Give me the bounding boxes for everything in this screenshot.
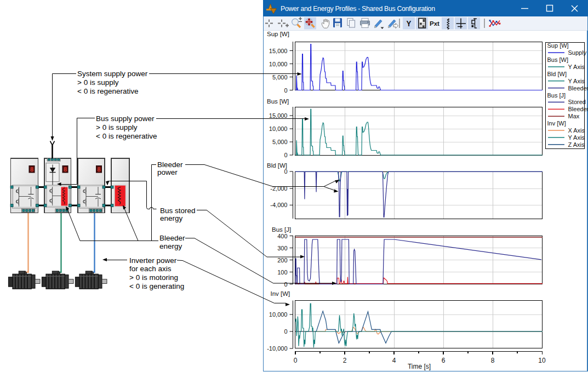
- svg-text:< 0 is generating: < 0 is generating: [129, 282, 184, 290]
- svg-text:Bus [W]: Bus [W]: [547, 56, 569, 63]
- svg-text:Inv [W]: Inv [W]: [271, 290, 290, 297]
- svg-text:Bld [W]: Bld [W]: [547, 71, 567, 77]
- svg-text:X Axis: X Axis: [568, 127, 585, 134]
- svg-text:> 0 is supply: > 0 is supply: [96, 123, 138, 131]
- svg-text:Z Axis: Z Axis: [568, 141, 585, 148]
- svg-text:Bus stored: Bus stored: [160, 207, 196, 215]
- svg-text:energy: energy: [160, 214, 183, 222]
- svg-text:Power and Energy Profiles - Sh: Power and Energy Profiles - Shared Bus C…: [281, 5, 435, 13]
- svg-text:Sup [W]: Sup [W]: [267, 31, 289, 37]
- svg-text:Bleeder: Bleeder: [157, 161, 183, 169]
- svg-text:300: 300: [277, 245, 287, 251]
- svg-text:power: power: [157, 168, 178, 176]
- svg-text:Bus [J]: Bus [J]: [272, 226, 291, 233]
- svg-text:Time [s]: Time [s]: [408, 363, 431, 370]
- svg-text:> 0 is supply: > 0 is supply: [77, 78, 119, 87]
- svg-text:5,000: 5,000: [272, 74, 288, 81]
- svg-text:10,000: 10,000: [269, 311, 288, 318]
- svg-text:0: 0: [284, 152, 287, 158]
- svg-text:10,000: 10,000: [269, 125, 288, 132]
- svg-text:energy: energy: [159, 242, 182, 250]
- svg-text:Pxt: Pxt: [430, 20, 439, 27]
- svg-text:< 0 is regenerative: < 0 is regenerative: [96, 132, 157, 140]
- svg-text:Supply: Supply: [568, 49, 587, 56]
- svg-text:400: 400: [277, 233, 287, 239]
- svg-text:Max: Max: [568, 113, 580, 119]
- svg-text:Sup [W]: Sup [W]: [547, 42, 569, 49]
- svg-text:Inverter power: Inverter power: [129, 256, 177, 265]
- svg-text:0: 0: [284, 87, 287, 94]
- svg-text:Y Axis: Y Axis: [568, 64, 585, 70]
- svg-text:15,000: 15,000: [269, 112, 288, 119]
- svg-text:0: 0: [284, 281, 287, 288]
- svg-text:-4,000: -4,000: [270, 202, 287, 208]
- svg-text:Bus supply power: Bus supply power: [96, 115, 155, 123]
- svg-text:Bleeder: Bleeder: [159, 234, 185, 242]
- svg-text:Inv [W]: Inv [W]: [547, 120, 566, 127]
- svg-text:Bus [J]: Bus [J]: [547, 92, 566, 99]
- svg-text:0: 0: [284, 328, 287, 335]
- svg-text:System supply power: System supply power: [77, 70, 148, 78]
- svg-text:for each axis: for each axis: [129, 265, 172, 273]
- svg-text:2: 2: [343, 357, 347, 364]
- svg-text:Bleeder: Bleeder: [568, 85, 588, 91]
- svg-text:-10,000: -10,000: [267, 345, 287, 352]
- svg-text:15,000: 15,000: [269, 48, 288, 54]
- svg-text:Y Axis: Y Axis: [568, 134, 585, 141]
- svg-text:4: 4: [392, 357, 396, 364]
- svg-text:6: 6: [442, 357, 446, 364]
- svg-text:< 0 is regenerative: < 0 is regenerative: [77, 87, 138, 95]
- svg-text:200: 200: [277, 257, 287, 264]
- svg-text:10: 10: [538, 357, 546, 364]
- svg-text:> 0 is motoring: > 0 is motoring: [129, 273, 178, 282]
- svg-text:Y: Y: [407, 19, 412, 28]
- svg-text:10,000: 10,000: [269, 61, 288, 67]
- svg-text:Bleeder: Bleeder: [568, 106, 588, 112]
- svg-text:0: 0: [284, 168, 287, 175]
- svg-text:Bus [W]: Bus [W]: [267, 98, 289, 105]
- svg-text:-2,000: -2,000: [270, 185, 287, 192]
- svg-text:5,000: 5,000: [272, 139, 288, 145]
- svg-text:100: 100: [277, 269, 287, 276]
- svg-text:0: 0: [294, 357, 298, 364]
- svg-text:Stored: Stored: [568, 99, 586, 105]
- svg-text:8: 8: [491, 357, 495, 364]
- svg-text:Y Axis: Y Axis: [568, 78, 585, 84]
